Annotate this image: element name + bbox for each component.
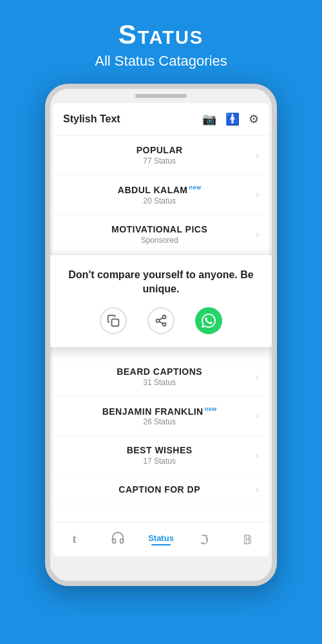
list-item[interactable]: BEARD CAPTIONS 31 Status › [53, 357, 269, 397]
chevron-icon: › [256, 411, 259, 421]
list-item[interactable]: MOTIVATIONAL PICS Sponsored › [53, 215, 269, 254]
share-icon [155, 314, 167, 327]
list-item-subtitle: 20 Status [63, 196, 256, 205]
list-item-content-kalam: ABDUL KALAMnew 20 Status [63, 184, 256, 205]
status-icon: Status [148, 533, 174, 543]
list-item-subtitle: Sponsored [63, 236, 256, 245]
svg-rect-0 [112, 319, 119, 326]
list-item-content-franklin: BENJAMIN FRANKLINnew 26 Status [63, 406, 256, 427]
list-item-content-popular: POPULAR 77 Status [63, 145, 256, 166]
header-icons-group: 📷 🚹 ⚙ [202, 112, 259, 126]
whatsapp-icon [202, 314, 216, 328]
app-name: Stylish Text [63, 113, 120, 125]
chevron-icon: › [256, 189, 259, 200]
nav-item-stylish[interactable] [96, 531, 139, 548]
quote-popup: Don't compare yourself to anyone. Be uni… [53, 255, 269, 347]
settings-icon[interactable]: ⚙ [249, 112, 259, 126]
phone-mockup: Stylish Text 📷 🚹 ⚙ POPULAR 77 Status › [45, 84, 277, 586]
nav-item-status[interactable]: Status [139, 533, 182, 545]
list-item[interactable]: ABDUL KALAMnew 20 Status › [53, 175, 269, 215]
list-item[interactable]: POPULAR 77 Status › [53, 136, 269, 175]
app-header: Stylish Text 📷 🚹 ⚙ [53, 103, 269, 136]
quote-text: Don't compare yourself to anyone. Be uni… [59, 268, 263, 297]
list-item-content-motivational: MOTIVATIONAL PICS Sponsored [63, 224, 256, 245]
nav-item-bold[interactable]: 𝔹 [226, 532, 269, 547]
camera-icon[interactable]: 📷 [202, 112, 216, 126]
svg-line-5 [159, 317, 163, 319]
pipe-icon: ℑ [200, 532, 209, 547]
list-item[interactable]: BEST WISHES 17 Status › [53, 436, 269, 475]
copy-icon [107, 314, 120, 327]
list-item-title: CAPTION FOR DP [63, 484, 256, 495]
nav-item-pipe[interactable]: ℑ [183, 532, 226, 547]
list-item-title: BEST WISHES [63, 445, 256, 455]
list-item[interactable]: BENJAMIN FRANKLINnew 26 Status › [53, 397, 269, 437]
whatsapp-button[interactable] [195, 307, 222, 334]
list-item-title: MOTIVATIONAL PICS [63, 224, 256, 234]
active-indicator [151, 544, 171, 545]
list-item-title: BEARD CAPTIONS [63, 366, 256, 377]
chevron-icon: › [256, 484, 259, 495]
chevron-icon: › [256, 229, 259, 240]
bottom-nav: t Status ℑ 𝔹 [53, 522, 269, 556]
svg-point-2 [156, 319, 160, 322]
popup-actions [59, 307, 263, 334]
tumblr-icon: t [73, 533, 77, 546]
bold-icon: 𝔹 [243, 532, 252, 547]
share-button[interactable] [147, 307, 175, 334]
list-item-subtitle: 31 Status [63, 378, 256, 387]
page-subtitle: All Status Catagories [95, 53, 227, 70]
list-item-subtitle: 26 Status [63, 417, 256, 426]
list-item-content-bestwishes: BEST WISHES 17 Status [63, 445, 256, 466]
list-item[interactable]: CAPTION FOR DP › [53, 475, 269, 504]
person-icon[interactable]: 🚹 [225, 112, 240, 126]
list-item-subtitle: 17 Status [63, 457, 256, 466]
phone-screen: Stylish Text 📷 🚹 ⚙ POPULAR 77 Status › [53, 103, 269, 556]
chevron-icon: › [256, 372, 259, 382]
page-header: Status All Status Catagories [95, 0, 227, 76]
copy-button[interactable] [100, 307, 127, 334]
nav-item-tumblr[interactable]: t [53, 533, 96, 546]
list-item-content-caption: CAPTION FOR DP [63, 484, 256, 495]
list-item-title: BENJAMIN FRANKLINnew [63, 406, 256, 417]
page-title: Status [95, 19, 227, 50]
svg-point-3 [163, 323, 166, 326]
chevron-icon: › [256, 150, 259, 160]
phone-notch [135, 94, 187, 98]
list-container: POPULAR 77 Status › ABDUL KALAMnew 20 St… [53, 136, 269, 522]
svg-point-1 [163, 315, 166, 318]
list-item-content-beard: BEARD CAPTIONS 31 Status [63, 366, 256, 387]
chevron-icon: › [256, 450, 259, 460]
list-item-title: ABDUL KALAMnew [63, 184, 256, 195]
svg-line-4 [159, 321, 163, 323]
headphone-icon [111, 531, 125, 548]
list-item-title: POPULAR [63, 145, 256, 155]
list-item-subtitle: 77 Status [63, 156, 256, 166]
